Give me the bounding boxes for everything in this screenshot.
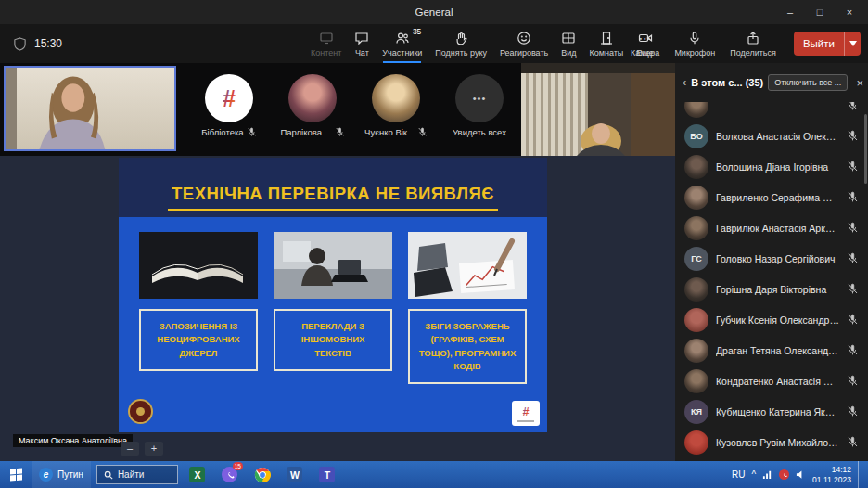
participants-button[interactable]: 35 Участники — [377, 28, 427, 63]
participant-name: Кубищенко Катерина Яковлівна — [716, 406, 839, 417]
participant-name: Кондратенко Анастасія Денисі... — [716, 376, 839, 387]
avatar-tile-library[interactable]: # Бібліотека — [197, 74, 262, 137]
show-desktop-button[interactable] — [858, 461, 862, 488]
chevron-left-icon[interactable]: ‹ — [683, 78, 686, 87]
library-avatar: # — [205, 74, 253, 122]
avatar: ВО — [684, 124, 708, 148]
microphone-icon — [687, 31, 702, 45]
participant-row[interactable]: Волошина Діана Ігорівна — [675, 151, 868, 182]
clock-time: 14:12 — [812, 465, 851, 475]
zoom-out-button[interactable]: – — [121, 442, 139, 456]
taskbar-app-edge[interactable]: e Путин — [32, 461, 91, 488]
meeting-window: General – □ × 15:30 Контент Чат 35 Участ — [0, 0, 868, 488]
participants-panel: ‹ В этом с... (35) Отключить все ... × В… — [675, 63, 868, 461]
participant-row[interactable]: ГС Головко Назар Сергійович — [675, 243, 868, 274]
taskbar-app-word[interactable]: W — [283, 461, 307, 488]
participant-row[interactable]: Горішна Даря Вікторівна — [675, 274, 868, 304]
zoom-in-button[interactable]: + — [145, 442, 163, 456]
participant-row[interactable]: Драган Тетяна Олександрівна — [675, 335, 868, 366]
mute-all-button[interactable]: Отключить все ... — [768, 74, 848, 91]
edge-icon: e — [39, 468, 53, 482]
system-tray: RU ^ 14:12 01.11.2023 — [732, 461, 868, 488]
photo-avatar — [372, 74, 420, 122]
hash-logo-icon: # — [213, 83, 245, 114]
slide-text-box: ЗБІГИ ЗОБРАЖЕНЬ (ГРАФІКІВ, СХЕМ ТОЩО), П… — [408, 309, 527, 384]
slide-column: ПЕРЕКЛАДИ З ІНШОМОВНИХ ТЕКСТІВ — [274, 232, 392, 384]
maximize-button[interactable]: □ — [805, 0, 835, 24]
university-emblem-icon — [128, 399, 153, 424]
participant-row[interactable]: Губчик Ксенія Олександрівна — [675, 304, 868, 335]
tray-expand-icon[interactable]: ^ — [751, 469, 756, 480]
chat-button[interactable]: Чат — [350, 28, 374, 63]
clock-date: 01.11.2023 — [812, 475, 851, 485]
participant-row[interactable]: Гавриленко Серафима Сергіївна — [675, 182, 868, 212]
panel-scrollbar[interactable] — [864, 114, 867, 184]
share-screen-button[interactable]: Поделиться — [725, 28, 781, 63]
avatar — [684, 155, 708, 179]
start-button[interactable] — [0, 461, 32, 488]
avatar: ГС — [684, 247, 708, 271]
windows-taskbar: e Путин Найти X 15 — [0, 461, 868, 488]
leave-button[interactable]: Выйти — [794, 32, 861, 56]
taskbar-app-viber[interactable]: 15 — [218, 461, 242, 488]
tile-name: Парлікова ... — [280, 127, 331, 137]
participant-row[interactable]: Кондратенко Анастасія Денисі... — [675, 366, 868, 396]
taskbar-clock[interactable]: 14:12 01.11.2023 — [812, 465, 851, 484]
participant-name: Волошина Діана Ігорівна — [716, 161, 839, 173]
mic-off-icon — [417, 127, 428, 137]
layout-grid-icon — [561, 31, 576, 45]
taskbar-app-label: Путин — [57, 469, 83, 480]
slide-text-box: ЗАПОЗИЧЕННЯ ІЗ НЕОЦИФРОВАНИХ ДЖЕРЕЛ — [139, 309, 258, 371]
avatar — [684, 430, 708, 455]
slide-column: ЗБІГИ ЗОБРАЖЕНЬ (ГРАФІКІВ, СХЕМ ТОЩО), П… — [408, 232, 527, 384]
view-button[interactable]: Вид — [556, 28, 581, 63]
workspace-photo — [274, 232, 392, 299]
video-tile-room[interactable] — [521, 63, 675, 156]
participant-name: Гаврилюк Анастасія Аркадіївна — [716, 223, 839, 234]
mic-off-icon — [847, 405, 859, 417]
taskbar-app-chrome[interactable] — [250, 461, 274, 488]
network-icon[interactable] — [762, 469, 772, 480]
taskbar-app-teams[interactable]: T — [315, 461, 339, 488]
avatar — [684, 369, 708, 393]
raise-hand-button[interactable]: Поднять руку — [430, 28, 491, 63]
participant-row[interactable]: ВО Волкова Анастасія Олександрів... — [675, 121, 868, 151]
microphone-button[interactable]: Микрофон — [670, 28, 720, 63]
participant-name: Горішна Даря Вікторівна — [716, 284, 839, 295]
charts-photo — [408, 232, 527, 299]
taskbar-search[interactable]: Найти — [96, 465, 178, 484]
panel-close-icon[interactable]: × — [856, 76, 863, 90]
speaker-silhouette — [6, 68, 174, 149]
language-indicator[interactable]: RU — [732, 469, 745, 480]
mic-off-icon — [847, 344, 859, 356]
react-button[interactable]: Реагировать — [495, 28, 553, 63]
avatar-tile-parlikova[interactable]: Парлікова ... — [280, 74, 345, 137]
participant-name: Драган Тетяна Олександрівна — [716, 345, 839, 356]
camera-icon — [638, 31, 653, 45]
avatar-tile-chuyenko[interactable]: Чуєнко Вік... — [364, 74, 428, 137]
zoom-controls: – + — [121, 442, 163, 456]
minimize-button[interactable]: – — [775, 0, 805, 24]
close-button[interactable]: × — [835, 0, 864, 24]
mic-off-icon — [847, 252, 859, 264]
leave-options-chevron[interactable] — [844, 32, 861, 56]
avatar — [684, 308, 708, 332]
svg-text:#: # — [522, 405, 529, 418]
participant-row[interactable]: Кузовлєв Рувім Михайлович — [675, 427, 868, 457]
mic-off-icon — [247, 127, 257, 137]
participant-row[interactable]: Гаврилюк Анастасія Аркадіївна — [675, 212, 868, 243]
camera-button[interactable]: Камера — [626, 28, 664, 63]
participants-list: ВО Волкова Анастасія Олександрів... Воло… — [675, 102, 868, 461]
panel-title: В этом с... (35) — [691, 77, 763, 88]
see-all-tile[interactable]: ••• Увидеть всех — [447, 74, 512, 137]
participant-row[interactable]: КЯ Кубищенко Катерина Яковлівна — [675, 396, 868, 427]
mic-off-icon — [847, 314, 859, 326]
tray-viber-icon[interactable] — [779, 469, 789, 480]
taskbar-app-excel[interactable]: X — [185, 461, 210, 488]
filmstrip: # Бібліотека Парлікова ... Чуєнко Вік... — [0, 63, 675, 156]
rooms-button[interactable]: Комнаты — [585, 28, 629, 63]
content-button[interactable]: Контент — [306, 28, 346, 63]
volume-icon[interactable] — [796, 469, 806, 480]
video-tile-active-speaker[interactable] — [4, 66, 176, 151]
participant-row-partial[interactable] — [675, 102, 868, 121]
